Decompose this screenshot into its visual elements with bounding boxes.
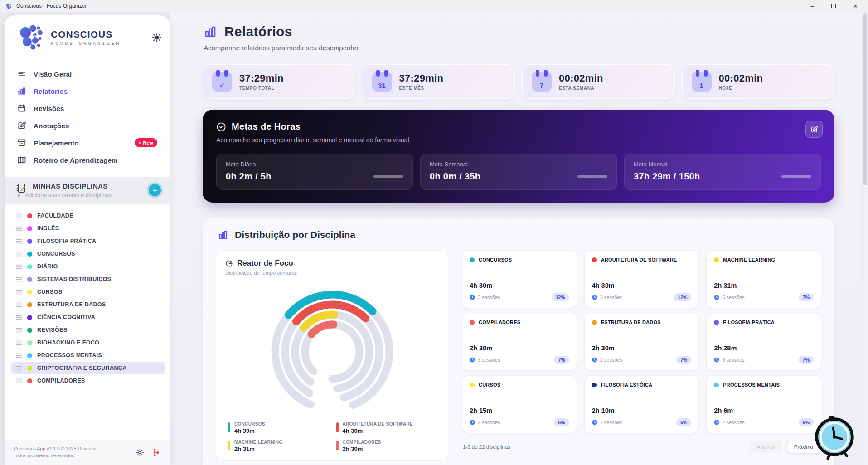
distribution-section: Distribuição por Disciplina Reator de Fo…: [203, 218, 834, 465]
discipline-stat-card: FILOSOFIA PRÁTICA2h 28m3 sessões7%: [706, 313, 821, 371]
session-clock-icon: [592, 357, 597, 363]
discipline-row[interactable]: CONCURSOS: [11, 247, 165, 260]
add-discipline-button[interactable]: +: [149, 184, 161, 196]
discipline-row[interactable]: ESTRUTURA DE DADOS: [11, 298, 165, 311]
drag-handle-icon[interactable]: [15, 277, 22, 282]
discipline-row[interactable]: CURSOS: [11, 286, 165, 298]
sidebar: CONSCIOUS FOCUS ORGANIZER Visão Geral Re…: [5, 15, 170, 465]
discipline-row[interactable]: BIOHACKING E FOCO: [11, 336, 165, 349]
focus-reactor-subtitle: Distribuição de tempo semanal: [225, 270, 439, 276]
discipline-row[interactable]: CIÊNCIA COGNITIVA: [11, 311, 165, 324]
legend-item: MACHINE LEARNING2h 31m: [228, 440, 328, 452]
drag-handle-icon[interactable]: [15, 264, 22, 269]
discipline-row[interactable]: FILOSOFIA PRÁTICA: [11, 235, 165, 247]
drag-handle-icon[interactable]: [15, 302, 22, 307]
goals-title: Metas de Horas: [232, 121, 301, 132]
previous-page-button[interactable]: Anterior: [750, 441, 782, 453]
session-clock-icon: [714, 420, 719, 425]
reports-bar-chart-icon: [204, 25, 217, 39]
sidebar-item-visao-geral[interactable]: Visão Geral: [11, 65, 164, 82]
discipline-color-dot: [714, 383, 719, 388]
close-button[interactable]: ✕: [853, 3, 858, 9]
discipline-row-selected[interactable]: CRIPTOGRAFIA E SEGURANÇA: [11, 362, 165, 374]
discipline-stat-card: CONCURSOS4h 30m3 sessões12%: [462, 250, 577, 308]
session-clock-icon: [470, 420, 475, 425]
discipline-color-dot: [27, 290, 32, 295]
discipline-color-dot: [714, 257, 719, 262]
sidebar-item-anotacoes[interactable]: Anotações: [11, 117, 164, 134]
drag-handle-icon[interactable]: [15, 315, 22, 320]
discipline-row[interactable]: REVISÕES: [11, 324, 165, 336]
logo-tagline: FOCUS ORGANIZER: [51, 41, 121, 46]
discipline-color-dot: [470, 383, 475, 388]
theme-toggle-sun-icon[interactable]: [152, 33, 162, 43]
goal-card-weekly: Meta Semanal 0h 0m / 35h: [420, 154, 617, 190]
discipline-color-dot: [592, 257, 597, 262]
discipline-row[interactable]: COMPILADORES: [11, 374, 165, 387]
minimize-button[interactable]: –: [811, 3, 814, 9]
archive-box-icon: [17, 138, 26, 147]
session-clock-icon: [592, 295, 597, 300]
discipline-row[interactable]: PROCESSOS MENTAIS: [11, 349, 165, 362]
sidebar-item-relatorios[interactable]: Relatórios: [11, 82, 164, 100]
discipline-color-dot: [27, 239, 32, 244]
goal-card-daily: Meta Diária 0h 2m / 5h: [216, 154, 413, 190]
rights-text: Todos os direitos reservados.: [14, 452, 122, 460]
discipline-color-dot: [470, 320, 475, 325]
distribution-title: Distribuição por Disciplina: [235, 229, 355, 240]
edit-goals-button[interactable]: [805, 121, 823, 138]
goal-value: 0h 2m / 5h: [226, 171, 272, 182]
stat-value: 37:29min: [239, 73, 284, 84]
sidebar-footer: Conscious App v2.1.9 © 2025 Devcons. Tod…: [5, 440, 170, 465]
drag-handle-icon[interactable]: [15, 328, 22, 333]
app-version-text: Conscious App v2.1.9 © 2025 Devcons.: [14, 446, 122, 453]
drag-handle-icon[interactable]: [15, 340, 22, 345]
discipline-row[interactable]: DIÁRIO: [11, 260, 165, 273]
sidebar-item-planejamento[interactable]: Planejamento » New: [11, 134, 164, 151]
discipline-color-dot: [27, 264, 32, 269]
discipline-color-dot: [27, 353, 32, 358]
focus-reactor-title: Reator de Foco: [237, 259, 293, 268]
goal-card-monthly: Meta Mensal 37h 29m / 150h: [624, 154, 821, 190]
sidebar-item-roteiro[interactable]: Roteiro de Aprendizagem: [11, 151, 164, 169]
stat-card-hoje: 1 00:02minHOJE: [682, 64, 835, 99]
discipline-cards-grid: CONCURSOS4h 30m3 sessões12% ARQUITETURA …: [462, 250, 821, 433]
calendar-31-icon: 31: [372, 72, 392, 92]
my-disciplines-header: MINHAS DISCIPLINAS » Adicione suas taref…: [5, 177, 170, 204]
logo-wordmark: CONSCIOUS: [51, 29, 121, 40]
drag-handle-icon[interactable]: [15, 366, 22, 371]
discipline-color-dot: [27, 226, 32, 231]
discipline-row[interactable]: SISTEMAS DISTRIBUÍDOS: [11, 273, 165, 286]
drag-handle-icon[interactable]: [15, 353, 22, 358]
pagination-info: 1-9 de 22 disciplinas: [463, 444, 510, 450]
goals-card: Metas de Horas Acompanhe seu progresso d…: [203, 110, 834, 203]
scrollbar-thumb[interactable]: [863, 13, 867, 185]
sidebar-nav: Visão Geral Relatórios Revisões Anotaçõe…: [5, 57, 170, 173]
vertical-scrollbar[interactable]: [863, 12, 868, 465]
drag-handle-icon[interactable]: [15, 239, 22, 244]
settings-gear-icon[interactable]: [136, 448, 144, 457]
stat-label: TEMPO TOTAL: [239, 86, 284, 91]
maximize-button[interactable]: [831, 4, 836, 8]
discipline-stat-card: MACHINE LEARNING2h 31m5 sessões7%: [706, 250, 821, 308]
discipline-stat-card: PROCESSOS MENTAIS2h 6m2 sessões6%: [706, 375, 821, 433]
drag-handle-icon[interactable]: [15, 213, 22, 218]
goal-progress-bar: [577, 175, 607, 178]
focus-reactor-card: Reator de Foco Distribuição de tempo sem…: [216, 250, 448, 461]
discipline-row[interactable]: INGLÊS: [11, 222, 165, 235]
drag-handle-icon[interactable]: [15, 378, 22, 383]
footer-divider: [129, 446, 129, 459]
app-brain-icon: [5, 3, 12, 10]
discipline-color-dot: [27, 378, 32, 383]
drag-handle-icon[interactable]: [15, 252, 22, 257]
pomodoro-clock-widget[interactable]: [810, 412, 859, 461]
drag-handle-icon[interactable]: [15, 290, 22, 295]
discipline-row[interactable]: FACULDADE: [11, 209, 165, 222]
sidebar-item-revisoes[interactable]: Revisões: [11, 100, 164, 117]
radial-arcs-chart: [225, 276, 440, 420]
drag-handle-icon[interactable]: [15, 226, 22, 231]
percent-badge: 12%: [674, 293, 691, 301]
goal-label: Meta Diária: [226, 161, 403, 168]
logout-icon[interactable]: [152, 448, 161, 457]
session-clock-icon: [470, 357, 475, 363]
